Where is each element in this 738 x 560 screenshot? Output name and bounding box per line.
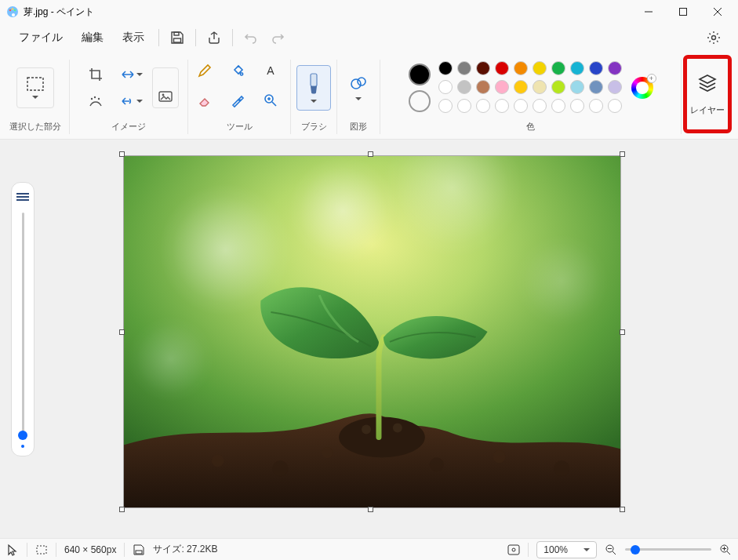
canvas[interactable] bbox=[123, 155, 621, 508]
svg-point-3 bbox=[14, 9, 16, 11]
color-swatch[interactable] bbox=[589, 61, 603, 75]
resize-handle[interactable] bbox=[620, 151, 625, 157]
svg-point-29 bbox=[322, 447, 333, 458]
svg-rect-5 bbox=[680, 9, 687, 16]
color-swatch[interactable] bbox=[533, 61, 547, 75]
svg-point-12 bbox=[98, 98, 100, 100]
custom-color-slot[interactable] bbox=[495, 99, 509, 113]
fill-tool[interactable] bbox=[224, 59, 252, 82]
save-status-icon bbox=[133, 544, 145, 556]
redo-button[interactable] bbox=[264, 24, 291, 51]
text-tool[interactable]: A bbox=[256, 59, 285, 82]
custom-color-slot[interactable] bbox=[589, 99, 603, 113]
custom-color-slot[interactable] bbox=[438, 99, 453, 113]
color-swatch[interactable] bbox=[457, 61, 471, 75]
eraser-tool[interactable] bbox=[191, 89, 219, 112]
title-bar: 芽.jpg - ペイント bbox=[0, 0, 738, 24]
edit-colors-button[interactable]: + bbox=[631, 77, 653, 99]
svg-point-28 bbox=[272, 460, 288, 476]
resize-handle[interactable] bbox=[368, 507, 373, 512]
color-swatch[interactable] bbox=[570, 80, 584, 94]
undo-button[interactable] bbox=[238, 24, 264, 51]
cursor-icon bbox=[6, 544, 19, 556]
maximize-button[interactable] bbox=[666, 1, 700, 23]
group-label: 図形 bbox=[350, 119, 367, 133]
group-label: 色 bbox=[526, 119, 535, 133]
color-swatch[interactable] bbox=[589, 80, 603, 94]
zoom-out-button[interactable] bbox=[605, 544, 617, 556]
svg-point-31 bbox=[493, 450, 506, 463]
resize-handle[interactable] bbox=[119, 507, 125, 512]
svg-text:A: A bbox=[267, 64, 274, 77]
remove-bg-button[interactable] bbox=[82, 89, 110, 113]
selection-tool[interactable] bbox=[16, 67, 54, 108]
zoom-slider[interactable] bbox=[625, 548, 711, 551]
color-swatch[interactable] bbox=[514, 80, 528, 94]
custom-color-slot[interactable] bbox=[514, 99, 528, 113]
ai-image-button[interactable] bbox=[152, 67, 179, 108]
fit-screen-icon[interactable] bbox=[507, 544, 520, 556]
brush-tool[interactable] bbox=[296, 65, 331, 111]
brush-size-panel bbox=[11, 182, 35, 456]
layers-button[interactable]: レイヤー bbox=[683, 55, 732, 133]
close-button[interactable] bbox=[700, 1, 735, 23]
brush-texture-icon bbox=[16, 191, 30, 205]
svg-point-10 bbox=[91, 98, 93, 100]
zoom-tool[interactable] bbox=[256, 89, 285, 112]
menu-view[interactable]: 表示 bbox=[113, 26, 154, 49]
resize-handle[interactable] bbox=[620, 507, 625, 512]
custom-color-slot[interactable] bbox=[551, 99, 565, 113]
custom-color-slot[interactable] bbox=[476, 99, 490, 113]
resize-handle[interactable] bbox=[119, 151, 125, 157]
zoom-value: 100% bbox=[544, 544, 568, 555]
group-colors: + 色 bbox=[380, 55, 681, 137]
custom-color-slot[interactable] bbox=[457, 99, 471, 113]
resize-handle[interactable] bbox=[620, 329, 625, 335]
svg-rect-36 bbox=[136, 551, 142, 554]
group-label: イメージ bbox=[111, 119, 146, 133]
color-swatch[interactable] bbox=[495, 80, 509, 94]
color-swatch[interactable] bbox=[551, 80, 565, 94]
picker-tool[interactable] bbox=[224, 89, 252, 112]
rotate-button[interactable] bbox=[115, 89, 149, 113]
color-swatch[interactable] bbox=[438, 80, 453, 94]
resize-handle[interactable] bbox=[119, 329, 125, 335]
share-button[interactable] bbox=[201, 24, 227, 51]
secondary-color[interactable] bbox=[409, 90, 431, 112]
group-shapes: 図形 bbox=[337, 55, 380, 137]
save-button[interactable] bbox=[164, 24, 191, 51]
color-swatch[interactable] bbox=[438, 61, 453, 75]
custom-color-slot[interactable] bbox=[533, 99, 547, 113]
color-swatch[interactable] bbox=[608, 80, 622, 94]
color-swatch[interactable] bbox=[533, 80, 547, 94]
slider-thumb[interactable] bbox=[18, 431, 27, 440]
shapes-button[interactable] bbox=[343, 67, 374, 108]
minimize-button[interactable] bbox=[631, 1, 666, 23]
window-title: 芽.jpg - ペイント bbox=[24, 5, 94, 19]
pencil-tool[interactable] bbox=[191, 59, 219, 82]
resize-handle[interactable] bbox=[368, 151, 373, 157]
color-swatch[interactable] bbox=[457, 80, 471, 94]
menu-file[interactable]: ファイル bbox=[9, 26, 72, 49]
color-swatch[interactable] bbox=[476, 61, 490, 75]
svg-point-4 bbox=[12, 13, 15, 16]
custom-color-slot[interactable] bbox=[608, 99, 622, 113]
color-swatch[interactable] bbox=[608, 61, 622, 75]
zoom-dropdown[interactable]: 100% bbox=[536, 541, 597, 558]
color-swatch[interactable] bbox=[495, 61, 509, 75]
menu-edit[interactable]: 編集 bbox=[72, 26, 113, 49]
color-swatch[interactable] bbox=[551, 61, 565, 75]
crop-button[interactable] bbox=[82, 63, 110, 86]
color-swatch[interactable] bbox=[570, 61, 584, 75]
zoom-in-button[interactable] bbox=[719, 544, 732, 556]
group-label: 選択した部分 bbox=[9, 119, 61, 133]
svg-point-33 bbox=[362, 424, 371, 434]
custom-color-slot[interactable] bbox=[570, 99, 584, 113]
brush-size-slider[interactable] bbox=[22, 213, 24, 435]
color-swatch[interactable] bbox=[514, 61, 528, 75]
color-swatch[interactable] bbox=[476, 80, 490, 94]
zoom-slider-thumb[interactable] bbox=[631, 545, 640, 555]
resize-button[interactable] bbox=[115, 63, 149, 86]
primary-color[interactable] bbox=[409, 64, 431, 85]
settings-button[interactable] bbox=[700, 24, 727, 51]
